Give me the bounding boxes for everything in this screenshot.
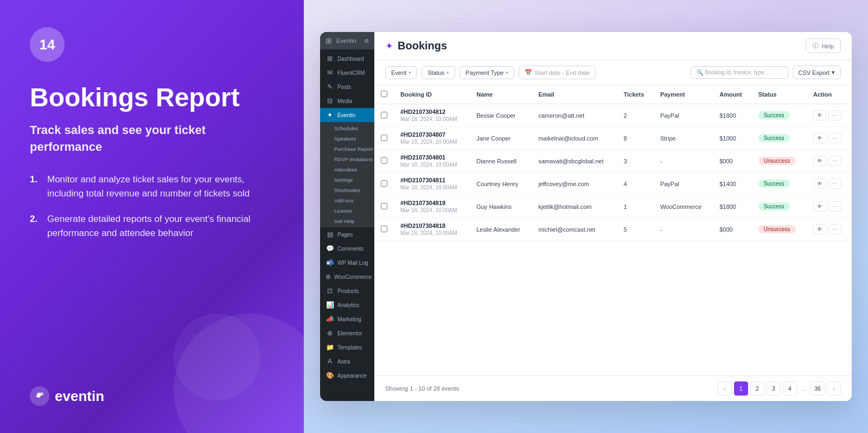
view-action-button[interactable]: 👁 — [813, 179, 826, 189]
sidebar-item-astra[interactable]: A Astra — [320, 354, 374, 368]
comments-icon: 💬 — [326, 245, 334, 252]
status-badge: Unsuccess — [758, 225, 796, 233]
date-filter[interactable]: 📅 Start date - End date — [519, 66, 596, 79]
row-status: Success — [752, 173, 807, 195]
row-tickets: 3 — [617, 150, 654, 173]
sidebar-item-label: Comments — [337, 246, 363, 252]
row-checkbox[interactable] — [381, 157, 387, 164]
brand-name: eventin — [55, 388, 104, 405]
row-status: Success — [752, 127, 807, 150]
row-email: kjetilk@hotmail.com — [532, 195, 617, 218]
prev-page-button[interactable]: ‹ — [718, 381, 732, 396]
sidebar-item-appearance[interactable]: 🎨 Appearance — [320, 368, 374, 383]
row-amount: $1400 — [713, 173, 752, 195]
sidebar-item-pages[interactable]: ▤ Pages — [320, 227, 374, 241]
row-checkbox[interactable] — [381, 135, 387, 141]
view-action-button[interactable]: 👁 — [813, 201, 826, 212]
more-action-button[interactable]: ⋯ — [828, 133, 841, 143]
row-email: cameron@att.net — [532, 104, 617, 127]
view-action-button[interactable]: 👁 — [813, 133, 826, 143]
sidebar-item-products[interactable]: ⊡ Products — [320, 284, 374, 298]
event-filter-label: Event — [391, 69, 406, 76]
status-badge: Unsuccess — [758, 157, 796, 165]
filters-bar: Event ▾ Status ▾ Payment Type ▾ 📅 Start … — [374, 60, 852, 85]
row-action: 👁 ⋯ — [807, 104, 852, 127]
help-circle-icon: ⓘ — [813, 42, 819, 50]
sidebar-item-posts[interactable]: ✎ Posts — [320, 80, 374, 94]
sidebar-item-dashboard[interactable]: ⊞ Dashboard — [320, 52, 374, 66]
payment-type-filter[interactable]: Payment Type ▾ — [459, 66, 514, 79]
calendar-icon: 📅 — [525, 69, 532, 76]
submenu-shortcodes[interactable]: Shortcodes — [320, 185, 374, 195]
more-action-button[interactable]: ⋯ — [828, 224, 841, 234]
row-checkbox[interactable] — [381, 112, 387, 118]
event-filter[interactable]: Event ▾ — [385, 66, 417, 79]
row-checkbox[interactable] — [381, 203, 387, 209]
sidebar-item-media[interactable]: ⊟ Media — [320, 94, 374, 108]
search-input-wrap[interactable]: 🔍 Booking Id, Invoice, type... — [691, 66, 788, 79]
row-name: Courtney Henry — [470, 173, 532, 195]
submenu-addons[interactable]: Add-ons — [320, 195, 374, 206]
sidebar-item-comments[interactable]: 💬 Comments — [320, 241, 374, 256]
view-action-button[interactable]: 👁 — [813, 110, 826, 120]
submenu-gethelp[interactable]: Get Help — [320, 216, 374, 226]
submenu-rsvp[interactable]: RSVP Invitations — [320, 154, 374, 164]
submenu-speakers[interactable]: Speakers — [320, 133, 374, 144]
col-action: Action — [807, 85, 852, 104]
more-action-button[interactable]: ⋯ — [828, 110, 841, 120]
sidebar-item-wpmaillog[interactable]: 📬 WP Mail Log — [320, 256, 374, 270]
submenu-settings[interactable]: Settings — [320, 175, 374, 185]
row-amount: $1000 — [713, 127, 752, 150]
sidebar-item-marketing[interactable]: 📣 Marketing — [320, 312, 374, 326]
more-action-button[interactable]: ⋯ — [828, 156, 841, 166]
feature-list: Monitor and analyze ticket sales for you… — [30, 173, 274, 240]
browser-window: ⊞ Eventin ⚙ ⊞ Dashboard ✉ FluentCRM ✎ Po… — [320, 32, 852, 401]
table-row: #HD2107304811 Mar 18, 2024, 10:00AM Cour… — [374, 173, 852, 195]
submenu-schedules[interactable]: Schedules — [320, 123, 374, 133]
page-2-button[interactable]: 2 — [750, 381, 764, 396]
page-36-button[interactable]: 36 — [810, 381, 825, 396]
sidebar-item-templates[interactable]: 📁 Templates — [320, 340, 374, 354]
top-bar: ✦ Bookings ⓘ Help — [374, 32, 852, 60]
more-action-button[interactable]: ⋯ — [828, 201, 841, 212]
row-booking-id: #HD2107304811 Mar 18, 2024, 10:00AM — [394, 173, 470, 195]
sidebar-item-label: Dashboard — [337, 56, 364, 62]
sidebar-item-label: Templates — [337, 345, 362, 351]
sidebar-item-analytics[interactable]: 📊 Analytics — [320, 298, 374, 312]
select-all-checkbox[interactable] — [381, 91, 387, 97]
help-button[interactable]: ⓘ Help — [806, 39, 841, 53]
row-checkbox-cell — [374, 173, 394, 195]
sidebar-item-label: Products — [337, 288, 359, 294]
submenu-purchase-report[interactable]: Purchase Report — [320, 144, 374, 154]
row-checkbox[interactable] — [381, 226, 387, 232]
sidebar-item-fluentcrm[interactable]: ✉ FluentCRM — [320, 66, 374, 80]
csv-export-button[interactable]: CSV Export ▾ — [793, 66, 841, 79]
row-checkbox-cell — [374, 218, 394, 241]
row-checkbox-cell — [374, 195, 394, 218]
eventin-submenu: Schedules Speakers Purchase Report RSVP … — [320, 122, 374, 227]
wp-sidebar: ⊞ Eventin ⚙ ⊞ Dashboard ✉ FluentCRM ✎ Po… — [320, 32, 374, 401]
view-action-button[interactable]: 👁 — [813, 224, 826, 234]
sidebar-item-label: Marketing — [337, 316, 361, 322]
row-action: 👁 ⋯ — [807, 150, 852, 173]
row-checkbox-cell — [374, 150, 394, 173]
pagination-bar: Showing 1 - 10 of 28 events ‹ 1 2 3 4 ..… — [374, 375, 852, 401]
page-4-button[interactable]: 4 — [783, 381, 797, 396]
row-checkbox[interactable] — [381, 180, 387, 187]
status-badge: Success — [758, 111, 790, 119]
sidebar-item-woocommerce[interactable]: ⊛ WooCommerce — [320, 270, 374, 284]
submenu-attendees[interactable]: Attendees — [320, 164, 374, 175]
more-action-button[interactable]: ⋯ — [828, 179, 841, 189]
step-badge: 14 — [30, 27, 65, 62]
status-filter[interactable]: Status ▾ — [422, 66, 455, 79]
submenu-license[interactable]: License — [320, 206, 374, 216]
sidebar-item-label: Elementor — [337, 330, 362, 336]
sidebar-item-elementor[interactable]: ⊕ Elementor — [320, 326, 374, 340]
col-tickets: Tickets — [617, 85, 654, 104]
sidebar-item-eventin[interactable]: ✦ Eventin — [320, 108, 374, 122]
page-3-button[interactable]: 3 — [767, 381, 781, 396]
row-booking-id: #HD2107304812 Mar 18, 2024, 10:00AM — [394, 104, 470, 127]
next-page-button[interactable]: › — [827, 381, 841, 396]
view-action-button[interactable]: 👁 — [813, 156, 826, 166]
page-1-button[interactable]: 1 — [734, 381, 748, 396]
